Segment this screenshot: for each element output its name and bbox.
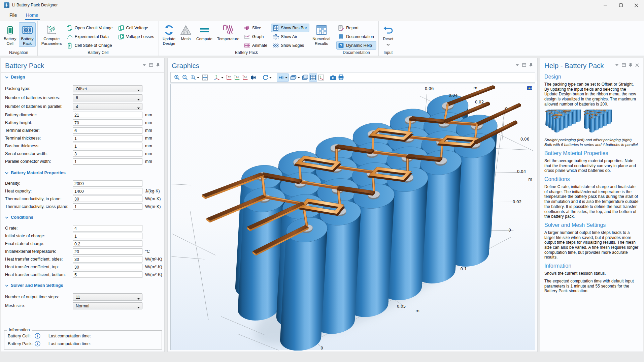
zoom-out-button[interactable]: [181, 73, 189, 82]
view-options-button[interactable]: [289, 73, 301, 82]
print-button[interactable]: [337, 73, 345, 82]
setting-row: Number of output time steps:11: [1, 293, 164, 301]
show-grid-button[interactable]: [309, 73, 317, 82]
view-xy-button[interactable]: xy: [225, 73, 233, 82]
scene-light-button[interactable]: [277, 73, 289, 82]
axis-tick-label: 0.02: [475, 100, 484, 104]
ribbon-button-show-bus-bar[interactable]: Show Bus Bar: [271, 24, 309, 32]
select-packing-type[interactable]: Offset: [73, 85, 142, 92]
maximize-button[interactable]: [613, 0, 629, 10]
ribbon-button-compute-parameters[interactable]: Compute Parameters: [39, 22, 64, 47]
ribbon-button-compute[interactable]: Compute: [194, 22, 214, 42]
input-parallel-connector-width[interactable]: 1: [73, 158, 142, 165]
ribbon-button-mesh[interactable]: Mesh: [178, 22, 194, 42]
view-xz-button[interactable]: xz: [241, 73, 249, 82]
ribbon-button-cell-state-of-charge[interactable]: Cell State of Charge: [65, 41, 115, 50]
graphics-canvas[interactable]: 0.060.040.020m0.060.04m0.0200.10.05m0: [170, 84, 535, 350]
help-figure-caption: Straight packaging (left) and offset pac…: [544, 138, 639, 147]
ribbon-button-temperature[interactable]: Temperature: [215, 22, 241, 42]
input-terminal-thickness[interactable]: 1: [73, 135, 142, 142]
ribbon-button-numerical-results[interactable]: Numerical Results: [310, 22, 332, 47]
input-thermal-conductivity-in-plane[interactable]: 30: [73, 196, 142, 202]
pin-icon[interactable]: [529, 63, 533, 67]
tab-home[interactable]: Home: [25, 12, 40, 19]
ribbon-button-voltage-losses[interactable]: Voltage Losses: [116, 32, 157, 41]
ribbon-button-experimental-data[interactable]: Experimental Data: [65, 32, 115, 41]
input-initial-external-temperature[interactable]: 20: [73, 248, 142, 255]
view-cube-icon[interactable]: [527, 86, 532, 90]
update-design-icon: [163, 24, 175, 36]
chevron-down-icon[interactable]: [142, 64, 146, 66]
minimize-button[interactable]: [598, 0, 613, 10]
close-icon[interactable]: [635, 63, 639, 67]
section-header-solver-and-mesh-settings[interactable]: Solver and Mesh Settings: [5, 283, 63, 288]
ribbon-button-graph[interactable]: Graph: [242, 32, 270, 41]
help-section-heading: Information: [544, 263, 639, 269]
ribbon-button-update-design[interactable]: Update Design: [161, 22, 177, 47]
temperature-icon: [223, 24, 234, 36]
section-header-battery-material-properties[interactable]: Battery Material Properties: [5, 170, 66, 175]
section-header-design[interactable]: Design: [5, 74, 25, 80]
zoom-box-button[interactable]: [189, 73, 201, 82]
snapshot-button[interactable]: [329, 73, 337, 82]
information-legend: Information: [7, 328, 32, 332]
battery-pack-icon: [22, 24, 33, 36]
chevron-down-icon[interactable]: [515, 64, 519, 66]
float-icon[interactable]: [522, 63, 526, 67]
input-serial-connector-width[interactable]: 3: [73, 151, 142, 157]
close-button[interactable]: [629, 0, 644, 10]
view-yz-button[interactable]: yz: [233, 73, 241, 82]
section-header-conditions[interactable]: Conditions: [5, 215, 33, 220]
ribbon-button-cell-voltage[interactable]: Cell Voltage: [116, 24, 157, 32]
input-battery-height[interactable]: 70: [73, 120, 142, 126]
setting-row: Serial connector width:3mm: [1, 150, 164, 157]
input-heat-capacity[interactable]: 1400: [73, 188, 142, 194]
zoom-in-button[interactable]: [173, 73, 181, 82]
pin-icon[interactable]: [156, 63, 160, 67]
transparency-button[interactable]: [301, 73, 309, 82]
tab-file[interactable]: File: [8, 12, 18, 19]
perspective-button[interactable]: [249, 73, 257, 82]
axis-tick-label: m: [415, 308, 419, 313]
ribbon-button-battery-pack[interactable]: Battery Pack: [19, 22, 35, 47]
ribbon-button-slice[interactable]: Slice: [242, 24, 270, 32]
input-density[interactable]: 2000: [73, 180, 142, 187]
input-thermal-conductivity-cross-plane[interactable]: 1: [73, 204, 142, 210]
app-window: Li Battery Pack Designer File Home Batte…: [0, 0, 644, 362]
input-heat-transfer-coefficient-bottom[interactable]: 5: [73, 272, 142, 278]
help-section-heading: Solver and Mesh Settings: [544, 222, 639, 228]
input-initial-state-of-charge[interactable]: 1: [73, 233, 142, 239]
zoom-extents-button[interactable]: [201, 73, 209, 82]
select-number-of-batteries-in-parallel[interactable]: 4: [73, 103, 142, 110]
ribbon-group-documentation: Report Documentation? Dynamic HelpDocume…: [334, 21, 378, 56]
select-number-of-batteries-in-series[interactable]: 6: [73, 94, 142, 101]
combo-arrow-icon: [137, 305, 140, 310]
rotate-button[interactable]: [261, 73, 273, 82]
ribbon-button-open-circuit-voltage[interactable]: Open Circuit Voltage: [65, 24, 115, 32]
ribbon-button-documentation[interactable]: Documentation: [336, 32, 376, 41]
ribbon-button-dynamic-help[interactable]: ? Dynamic Help: [336, 41, 376, 50]
ribbon-button-reset[interactable]: Reset: [380, 22, 396, 48]
ribbon-button-show-air[interactable]: Show Air: [271, 32, 309, 41]
ribbon-button-report[interactable]: Report: [336, 24, 376, 32]
input-heat-transfer-coefficient-sides[interactable]: 30: [73, 256, 142, 263]
input-bus-bar-thickness[interactable]: 1: [73, 143, 142, 149]
input-terminal-diameter[interactable]: 6: [73, 127, 142, 134]
ribbon-button-animate[interactable]: Animate: [242, 41, 270, 50]
zoom-in-icon: [174, 74, 180, 80]
chevron-down-icon[interactable]: [615, 64, 619, 66]
ribbon-button-battery-cell[interactable]: Battery Cell: [2, 22, 18, 47]
pin-icon[interactable]: [629, 63, 632, 67]
input-heat-transfer-coefficient-top[interactable]: 30: [73, 264, 142, 270]
float-icon[interactable]: [149, 63, 153, 67]
go-to-default-view-button[interactable]: [213, 73, 225, 82]
input-final-state-of-charge[interactable]: 0.2: [73, 241, 142, 247]
select-mesh-size[interactable]: Normal: [73, 302, 142, 309]
cell-state-of-charge-icon: [67, 42, 73, 49]
show-axis-button[interactable]: [317, 73, 325, 82]
float-icon[interactable]: [622, 63, 626, 67]
input-c-rate[interactable]: 4: [73, 225, 142, 232]
input-battery-diameter[interactable]: 21: [73, 112, 142, 118]
ribbon-button-show-edges[interactable]: Show Edges: [271, 41, 309, 50]
select-number-of-output-time-steps[interactable]: 11: [73, 294, 142, 301]
